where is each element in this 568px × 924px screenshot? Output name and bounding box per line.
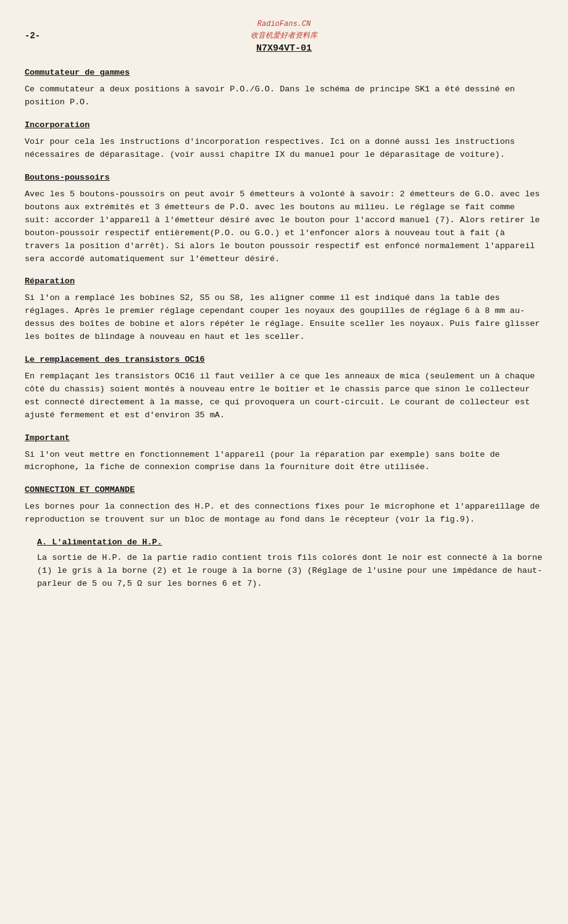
section-para-boutons: Avec les 5 boutons-poussoirs on peut avo… (25, 188, 543, 266)
section-para-commutateur: Ce commutateur a deux positions à savoir… (25, 83, 543, 109)
section-title-incorporation: Incorporation (25, 119, 543, 132)
section-title-connection: CONNECTION ET COMMANDE (25, 484, 543, 497)
page-header: -2- RadioFans.CN 收音机爱好者资料库 N7X94VT-01 (25, 19, 543, 56)
section-para-important: Si l'on veut mettre en fonctionnement l'… (25, 449, 543, 475)
section-boutons: Boutons-poussoirs Avec les 5 boutons-pou… (25, 172, 543, 265)
model-number: N7X94VT-01 (25, 41, 543, 56)
section-reparation: Réparation Si l'on a remplacé les bobine… (25, 275, 543, 344)
subsection-a-para: La sortie de H.P. de la partie radio con… (37, 552, 543, 591)
radiofans-cn: RadioFans.CN (257, 20, 311, 28)
section-para-incorporation: Voir pour cela les instructions d'incorp… (25, 136, 543, 162)
section-title-commutateur: Commutateur de gammes (25, 67, 543, 80)
section-title-boutons: Boutons-poussoirs (25, 172, 543, 185)
radiofans-line1: RadioFans.CN 收音机爱好者资料库 (25, 19, 543, 41)
section-connection: CONNECTION ET COMMANDE Les bornes pour l… (25, 484, 543, 527)
subsection-a: A. L'alimentation de H.P. La sortie de H… (37, 536, 543, 591)
section-commutateur: Commutateur de gammes Ce commutateur a d… (25, 67, 543, 109)
page-number: -2- (25, 30, 40, 43)
radiofans-cn-desc: 收音机爱好者资料库 (251, 31, 317, 40)
subsection-a-title: A. L'alimentation de H.P. (37, 536, 543, 549)
section-incorporation: Incorporation Voir pour cela les instruc… (25, 119, 543, 162)
section-transistors: Le remplacement des transistors OC16 En … (25, 354, 543, 422)
section-title-transistors: Le remplacement des transistors OC16 (25, 354, 543, 367)
section-para-reparation: Si l'on a remplacé les bobines S2, S5 ou… (25, 292, 543, 344)
section-para-transistors: En remplaçant les transistors OC16 il fa… (25, 370, 543, 422)
section-para-connection: Les bornes pour la connection des H.P. e… (25, 501, 543, 527)
section-title-reparation: Réparation (25, 275, 543, 288)
section-important: Important Si l'on veut mettre en fonctio… (25, 432, 543, 475)
section-title-important: Important (25, 432, 543, 445)
